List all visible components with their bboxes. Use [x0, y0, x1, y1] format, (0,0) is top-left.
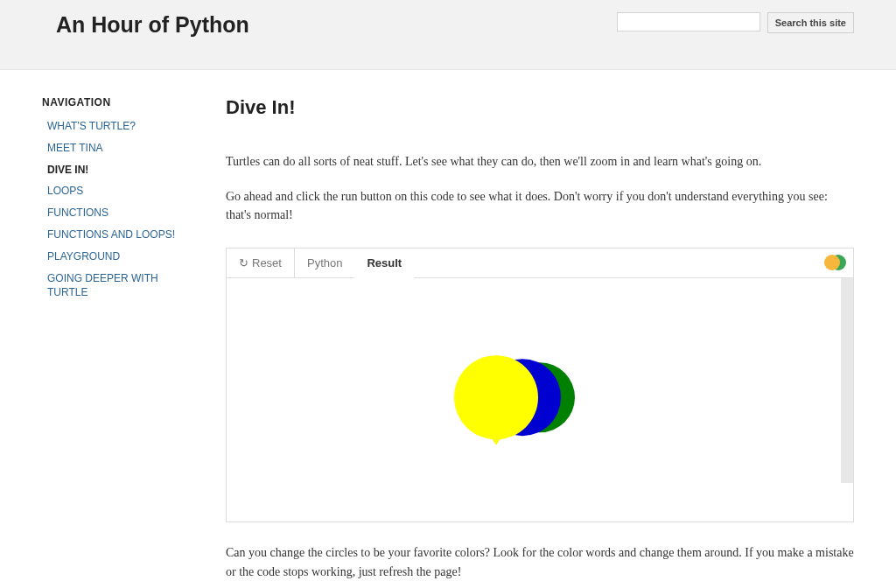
- page-wrap: NAVIGATION WHAT'S TURTLE? MEET TINA DIVE…: [0, 70, 896, 588]
- main-content: Dive In! Turtles can do all sorts of nea…: [226, 96, 854, 588]
- page-title: Dive In!: [226, 96, 854, 119]
- circle-yellow: [454, 355, 538, 439]
- sidebar-item-playground[interactable]: PLAYGROUND: [47, 250, 120, 262]
- sidebar-item-meet-tina[interactable]: MEET TINA: [47, 142, 103, 154]
- sidebar-item-dive-in[interactable]: DIVE IN!: [47, 164, 88, 176]
- trinket-badge[interactable]: [823, 254, 846, 271]
- nav-list: WHAT'S TURTLE? MEET TINA DIVE IN! LOOPS …: [42, 116, 191, 304]
- badge-front-icon: [824, 255, 840, 270]
- refresh-icon: ↻: [239, 257, 248, 269]
- embed-tabs: ↻ Reset Python Result: [227, 248, 853, 278]
- sidebar-item-whats-turtle[interactable]: WHAT'S TURTLE?: [47, 120, 136, 132]
- followup-paragraph: Can you change the circles to be your fa…: [226, 543, 854, 581]
- tab-reset-label: Reset: [252, 256, 282, 270]
- intro-paragraph-1: Turtles can do all sorts of neat stuff. …: [226, 152, 854, 172]
- tab-python[interactable]: Python: [295, 248, 354, 277]
- search-form: Search this site: [617, 12, 854, 33]
- tab-reset[interactable]: ↻ Reset: [227, 248, 295, 277]
- turtle-cursor-icon: [493, 439, 500, 444]
- code-embed: ↻ Reset Python Result: [226, 248, 854, 522]
- sidebar-item-functions-and-loops[interactable]: FUNCTIONS AND LOOPS!: [47, 228, 175, 241]
- tab-result-label: Result: [367, 256, 402, 270]
- nav-heading: NAVIGATION: [42, 96, 191, 108]
- tab-python-label: Python: [307, 256, 342, 270]
- site-title: An Hour of Python: [56, 12, 249, 38]
- header-bar: An Hour of Python Search this site: [0, 0, 896, 70]
- turtle-output: [444, 336, 636, 458]
- sidebar-item-functions[interactable]: FUNCTIONS: [47, 206, 108, 219]
- sidebar-item-going-deeper[interactable]: GOING DEEPER WITH TURTLE: [47, 272, 158, 299]
- search-button[interactable]: Search this site: [767, 12, 854, 33]
- sidebar-item-loops[interactable]: LOOPS: [47, 185, 83, 197]
- result-canvas: [227, 278, 853, 522]
- search-input[interactable]: [617, 12, 760, 32]
- tab-result[interactable]: Result: [354, 249, 414, 278]
- intro-paragraph-2: Go ahead and click the run button on thi…: [226, 187, 854, 225]
- canvas-scrollbar[interactable]: [841, 278, 853, 483]
- sidebar: NAVIGATION WHAT'S TURTLE? MEET TINA DIVE…: [42, 96, 191, 588]
